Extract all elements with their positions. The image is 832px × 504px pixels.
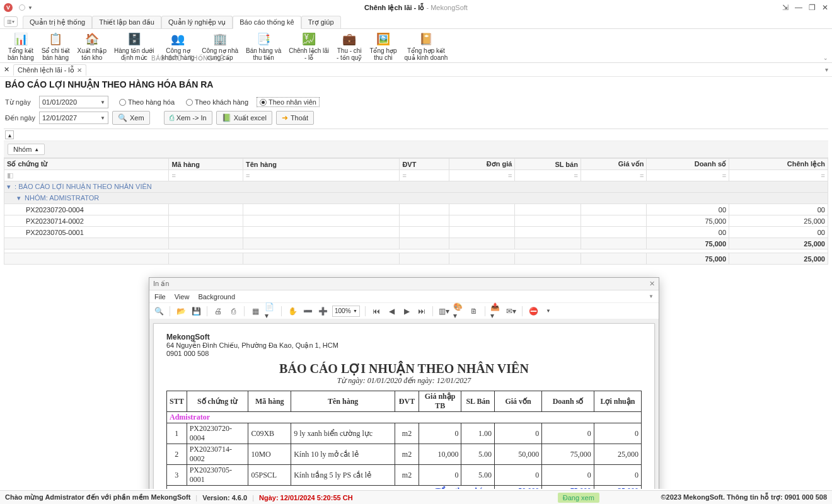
restore-button[interactable]: ❐ <box>809 3 816 12</box>
multi-page-icon[interactable]: ▥▾ <box>438 306 449 317</box>
ribbon-button[interactable]: 💹Chênh lệch lãi- lỗ <box>285 30 333 62</box>
menu-background[interactable]: Background <box>198 293 235 301</box>
sub-group-header[interactable]: ▾ Nhóm: Admistrator <box>4 193 828 204</box>
group-panel[interactable]: Nhóm▲ <box>4 141 828 158</box>
tab-list-dropdown-icon[interactable]: ▾ <box>825 66 828 73</box>
column-header[interactable]: Mã hàng <box>169 159 243 170</box>
quick-access-dropdown[interactable] <box>19 4 25 11</box>
quick-access-chevron-icon[interactable]: ▼ <box>28 5 33 11</box>
hand-icon[interactable]: ✋ <box>287 306 298 317</box>
ribbon-icon: 📔 <box>419 32 434 47</box>
menu-tab[interactable]: Thiết lập ban đầu <box>92 16 161 28</box>
ribbon-button[interactable]: 📑Bán hàng vàthu tiền <box>242 30 285 62</box>
filter-cell[interactable]: ◧ <box>4 170 169 181</box>
watermark-icon[interactable]: 🗎 <box>468 306 480 317</box>
close-button[interactable]: ✕ <box>822 3 828 12</box>
search-icon[interactable]: 🔍 <box>153 306 165 317</box>
filter-cell[interactable]: = <box>647 170 729 181</box>
filter-cell[interactable]: = <box>515 170 581 181</box>
radio-option[interactable]: Theo hàng hóa <box>116 97 178 107</box>
first-page-icon[interactable]: ⏮ <box>371 306 382 317</box>
menu-tab[interactable]: Quản lý nghiệp vụ <box>161 16 233 28</box>
print-preview-button[interactable]: ⎙Xem -> In <box>164 111 212 125</box>
last-page-icon[interactable]: ⏭ <box>416 306 427 317</box>
save-icon[interactable]: 💾 <box>190 306 202 317</box>
dialog-close-button[interactable]: ✕ <box>649 280 655 288</box>
ribbon-button[interactable]: 🏠Xuất nhậptồn kho <box>74 30 110 62</box>
zoom-in-icon[interactable]: ➕ <box>317 306 328 317</box>
table-row[interactable]: PX20230714-000275,00025,000 <box>4 215 828 227</box>
email-icon[interactable]: ✉▾ <box>506 306 517 317</box>
open-icon[interactable]: 📂 <box>175 306 187 317</box>
column-header[interactable]: Số chứng từ <box>4 159 169 170</box>
filter-cell[interactable]: = <box>400 170 449 181</box>
column-chooser-button[interactable]: ▥▾ <box>4 16 18 27</box>
prev-page-icon[interactable]: ◀ <box>386 306 397 317</box>
column-header[interactable]: Doanh số <box>647 159 729 170</box>
rpt-cell: 05PSCL <box>248 465 291 486</box>
collapse-ribbon-icon[interactable]: ⇲ <box>782 3 789 12</box>
filter-cell[interactable]: = <box>449 170 515 181</box>
print-icon[interactable]: 🖨 <box>212 306 224 317</box>
exit-button[interactable]: ➜Thoát <box>276 111 314 125</box>
zoom-out-icon[interactable]: ➖ <box>302 306 313 317</box>
export-icon[interactable]: 📤▾ <box>490 306 502 317</box>
filter-cell[interactable]: = <box>243 170 400 181</box>
ribbon-label: Sổ chi tiếtbán hàng <box>42 47 70 61</box>
rpt-row: 3PX20230705-000105PSCLKính trắng 5 ly PS… <box>167 465 642 486</box>
document-tab[interactable]: Chênh lệch lãi - lỗ ✕ <box>13 64 86 76</box>
cell <box>581 215 647 227</box>
minimize-button[interactable]: — <box>795 3 802 12</box>
ribbon-icon: 🏠 <box>84 32 100 47</box>
rpt-cell: m2 <box>395 444 419 465</box>
column-header[interactable]: SL bán <box>515 159 581 170</box>
close-preview-icon[interactable]: ⛔ <box>528 306 539 317</box>
filter-cell[interactable]: = <box>581 170 647 181</box>
report-title: BÁO CÁO LỢI NHUẬN THEO HÀNG HÓA BÁN RA <box>5 79 827 89</box>
menu-tab[interactable]: Báo cáo thống kê <box>233 16 301 29</box>
ribbon-button[interactable]: 💼Thu - chi- tồn quỹ <box>333 30 366 62</box>
menu-view[interactable]: View <box>175 293 190 301</box>
menu-dropdown-icon[interactable]: ▼ <box>649 294 654 299</box>
from-date-input[interactable]: 01/01/2020▼ <box>39 96 108 108</box>
radio-icon <box>260 99 267 106</box>
ribbon-button[interactable]: 📊Tổng kếtbán hàng <box>4 30 38 62</box>
column-header[interactable]: Đơn giá <box>449 159 515 170</box>
table-row[interactable]: PX20230705-00010000 <box>4 227 828 238</box>
params-icon[interactable]: ▦ <box>250 306 261 317</box>
bg-color-icon[interactable]: 🎨▾ <box>453 306 465 317</box>
rpt-cell: 50,000 <box>495 444 542 465</box>
column-header[interactable]: ĐVT <box>400 159 449 170</box>
column-header[interactable]: Chênh lệch <box>729 159 828 170</box>
ribbon-expand-icon[interactable]: ⌄ <box>823 55 828 61</box>
next-page-icon[interactable]: ▶ <box>401 306 412 317</box>
menu-tab[interactable]: Quản trị hệ thống <box>23 16 92 28</box>
collapse-all-button[interactable]: ▴ <box>5 130 14 139</box>
ribbon-button[interactable]: 📋Sổ chi tiếtbán hàng <box>38 30 74 62</box>
filter-cell[interactable]: = <box>729 170 828 181</box>
ribbon-button[interactable]: 📔Tổng hợp kếtquả kinh doanh <box>401 30 452 62</box>
menu-file[interactable]: File <box>154 293 166 301</box>
view-button[interactable]: 🔍Xem <box>112 111 150 125</box>
radio-option[interactable]: Theo nhân viên <box>257 97 320 107</box>
quick-print-icon[interactable]: ⎙ <box>228 306 239 317</box>
ribbon-button[interactable]: 🖼️Tổng hợpthu chi <box>366 30 400 62</box>
close-all-tabs-button[interactable]: ✕ <box>4 66 9 74</box>
page-setup-icon[interactable]: 📄▾ <box>265 306 276 317</box>
zoom-select[interactable]: 100%▼ <box>332 306 360 317</box>
group-header[interactable]: ▾ : BÁO CÁO LỢI NHUẬN THEO NHÂN VIÊN <box>4 181 828 193</box>
tab-close-icon[interactable]: ✕ <box>77 67 82 74</box>
export-excel-button[interactable]: 📗Xuất excel <box>216 111 272 125</box>
column-header[interactable]: Tên hàng <box>243 159 400 170</box>
radio-option[interactable]: Theo khách hàng <box>183 97 251 107</box>
group-chip[interactable]: Nhóm▲ <box>8 144 45 155</box>
toolbar-dropdown-icon[interactable]: ▼ <box>543 306 554 317</box>
filter-cell[interactable]: = <box>169 170 243 181</box>
to-date-input[interactable]: 12/01/2027▼ <box>39 112 108 124</box>
menu-tab[interactable]: Trợ giúp <box>301 16 341 28</box>
preview-area[interactable]: MekongSoft 64 Nguyễn Đình Chiếu, Phường … <box>149 319 659 489</box>
table-row[interactable]: PX20230720-00040000 <box>4 204 828 215</box>
to-date-label: Đến ngày <box>5 114 35 122</box>
column-header[interactable]: Giá vốn <box>581 159 647 170</box>
search-icon: 🔍 <box>118 113 127 122</box>
